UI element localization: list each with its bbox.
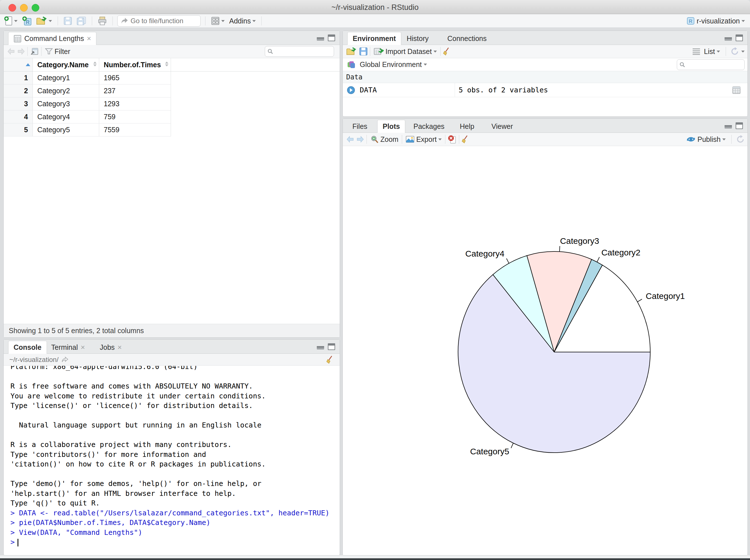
- import-dataset-button[interactable]: Import Dataset: [372, 46, 438, 57]
- environment-object-row[interactable]: DATA 5 obs. of 2 variables: [343, 83, 747, 97]
- data-viewer-pane: Command Lengths × Filter Category.Name: [3, 31, 340, 338]
- open-file-button[interactable]: [35, 16, 53, 26]
- sort-ascending-icon: [26, 63, 30, 66]
- view-table-icon[interactable]: [732, 86, 741, 94]
- goto-file-box[interactable]: [117, 15, 201, 26]
- cell-category: Category4: [33, 111, 99, 123]
- column-header-category-name[interactable]: Category.Name: [33, 58, 99, 71]
- close-tab-icon[interactable]: ×: [118, 343, 122, 352]
- project-menu-button[interactable]: R r-visualization: [685, 16, 746, 26]
- table-row[interactable]: 2 Category2 237: [4, 84, 340, 98]
- open-file-caret: [48, 20, 52, 22]
- pie-label-Category3: Category3: [560, 236, 599, 245]
- remove-plot-icon[interactable]: [448, 135, 457, 144]
- previous-plot-icon[interactable]: [346, 136, 354, 143]
- minimize-pane-icon[interactable]: [316, 35, 324, 41]
- tab-viewer[interactable]: Viewer: [486, 120, 518, 133]
- table-row[interactable]: 4 Category4 759: [4, 111, 340, 123]
- tab-terminal[interactable]: Terminal ×: [46, 341, 90, 354]
- plots-tabbar: Files Plots Packages Help Viewer: [343, 119, 747, 133]
- maximize-pane-icon[interactable]: [328, 343, 335, 350]
- search-icon: [679, 61, 685, 68]
- close-tab-icon[interactable]: ×: [87, 34, 91, 43]
- zoom-plot-label: Zoom: [380, 135, 398, 143]
- console-command: > View(DATA, "Command Lengths"): [11, 528, 340, 538]
- maximize-pane-icon[interactable]: [328, 35, 335, 41]
- console-prompt-line[interactable]: >: [11, 537, 340, 547]
- forward-icon[interactable]: [17, 48, 25, 55]
- window-title: ~/r-visualization - RStudio: [0, 3, 750, 12]
- print-icon: [98, 16, 107, 25]
- goto-file-input[interactable]: [131, 17, 196, 25]
- refresh-plot-icon[interactable]: [736, 135, 745, 143]
- environment-search-box[interactable]: [677, 59, 745, 70]
- save-all-button[interactable]: [76, 16, 87, 26]
- workspace-panes-button[interactable]: [210, 16, 226, 26]
- minimize-pane-icon[interactable]: [316, 344, 324, 350]
- refresh-icon[interactable]: [730, 47, 739, 56]
- tab-help[interactable]: Help: [455, 120, 479, 133]
- row-number: 4: [4, 111, 33, 123]
- tab-connections[interactable]: Connections: [442, 32, 492, 45]
- refresh-caret[interactable]: [741, 51, 745, 53]
- filter-button[interactable]: Filter: [44, 47, 72, 57]
- toolbar-separator: [41, 47, 42, 56]
- minimize-pane-icon[interactable]: [724, 123, 732, 129]
- addins-button[interactable]: Addins: [228, 16, 257, 26]
- table-row[interactable]: 1 Category1 1965: [4, 72, 340, 84]
- console-output[interactable]: Platform: x86_64-apple-darwin15.6.0 (64-…: [4, 366, 340, 555]
- clear-environment-icon[interactable]: [443, 47, 451, 56]
- maximize-pane-icon[interactable]: [735, 35, 743, 41]
- goto-directory-icon[interactable]: [61, 357, 69, 363]
- next-plot-icon[interactable]: [356, 136, 364, 143]
- new-project-button[interactable]: R: [21, 15, 33, 26]
- expand-object-icon[interactable]: [347, 86, 355, 94]
- toolbar-separator: [726, 47, 726, 56]
- clear-console-icon[interactable]: [326, 356, 334, 364]
- table-row[interactable]: 5 Category5 7559: [4, 123, 340, 137]
- new-file-button[interactable]: [3, 15, 19, 26]
- environment-search-input[interactable]: [687, 61, 742, 68]
- console-output-text: Platform: x86_64-apple-darwin15.6.0 (64-…: [11, 366, 340, 508]
- table-row[interactable]: 3 Category3 1293: [4, 98, 340, 111]
- tab-plots[interactable]: Plots: [377, 120, 405, 133]
- load-workspace-icon[interactable]: [346, 47, 356, 56]
- row-number-header[interactable]: [4, 58, 33, 71]
- save-workspace-icon[interactable]: [359, 47, 368, 56]
- addins-label: Addins: [229, 17, 251, 25]
- print-button[interactable]: [97, 16, 108, 26]
- publish-button[interactable]: Publish: [685, 135, 727, 144]
- column-header-number-of-times[interactable]: Number.of.Times: [99, 58, 171, 71]
- close-tab-icon[interactable]: ×: [81, 343, 85, 352]
- table-search-input[interactable]: [275, 48, 332, 55]
- tab-history[interactable]: History: [401, 32, 434, 45]
- save-button[interactable]: [62, 16, 73, 26]
- new-file-icon: [4, 16, 13, 26]
- clear-all-plots-icon[interactable]: [461, 135, 469, 143]
- table-search-box[interactable]: [265, 46, 334, 57]
- open-folder-icon: [36, 16, 47, 25]
- global-environment-button[interactable]: Global Environment: [359, 60, 428, 69]
- new-project-icon: R: [22, 16, 32, 26]
- maximize-pane-icon[interactable]: [735, 122, 743, 129]
- zoom-plot-icon: [370, 135, 379, 143]
- pie-label-tick: [511, 443, 513, 448]
- export-plot-button[interactable]: Export: [404, 135, 443, 144]
- titlebar: ~/r-visualization - RStudio: [0, 0, 750, 14]
- tab-jobs[interactable]: Jobs ×: [95, 341, 127, 354]
- tab-command-lengths[interactable]: Command Lengths ×: [8, 32, 96, 45]
- tab-files[interactable]: Files: [347, 120, 372, 133]
- toolbar-separator: [261, 16, 262, 25]
- zoom-plot-button[interactable]: Zoom: [369, 134, 400, 144]
- tab-console[interactable]: Console: [8, 341, 47, 354]
- open-new-window-icon[interactable]: [30, 47, 39, 56]
- back-icon[interactable]: [7, 48, 15, 55]
- cell-times: 1293: [99, 98, 171, 111]
- console-command: > DATA <- read.table("/Users/lsalazar/co…: [11, 508, 340, 518]
- list-view-button[interactable]: List: [703, 47, 721, 57]
- toolbar-separator: [92, 16, 92, 25]
- minimize-pane-icon[interactable]: [724, 35, 732, 41]
- tab-environment[interactable]: Environment: [347, 32, 401, 45]
- tab-packages[interactable]: Packages: [408, 120, 450, 133]
- console-command: > pie(DATA$Number.of.Times, DATA$Categor…: [11, 518, 340, 528]
